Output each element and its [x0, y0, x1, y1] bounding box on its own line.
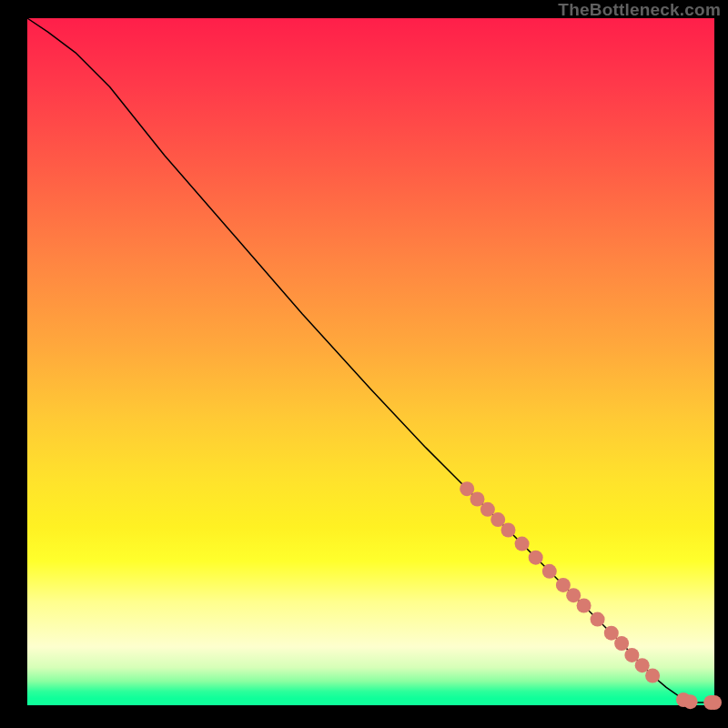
- scatter-dot: [577, 599, 592, 613]
- watermark-text: TheBottleneck.com: [558, 0, 721, 20]
- scatter-dot: [501, 523, 516, 538]
- scatter-dot: [645, 669, 660, 683]
- chart-canvas: TheBottleneck.com: [0, 0, 728, 728]
- scatter-dot: [566, 588, 581, 602]
- scatter-dot: [460, 481, 474, 496]
- scatter-dot: [683, 694, 698, 709]
- scatter-dot: [604, 626, 619, 641]
- scatter-dot: [470, 492, 485, 507]
- scatter-dot: [490, 512, 505, 527]
- scatter-dot: [556, 578, 571, 592]
- scatter-dot: [542, 564, 557, 579]
- scatter-dot: [707, 695, 722, 710]
- plot-area: [27, 18, 714, 705]
- scatter-dot: [624, 648, 639, 662]
- scatter-dot: [635, 658, 650, 672]
- scatter-dots: [460, 481, 722, 710]
- scatter-dot: [480, 502, 495, 517]
- scatter-dot: [529, 551, 543, 565]
- plot-svg: [27, 18, 714, 705]
- scatter-dot: [515, 537, 530, 551]
- scatter-dot: [591, 612, 605, 627]
- curve-line: [27, 18, 714, 703]
- scatter-dot: [614, 636, 629, 651]
